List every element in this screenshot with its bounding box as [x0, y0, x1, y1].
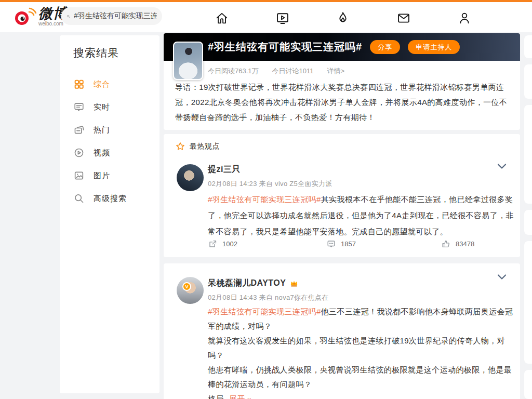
weibo-logo[interactable]: 微博 weibo.com: [14, 6, 68, 26]
post-username[interactable]: 呆桃磊澜儿DAYTOY: [208, 278, 286, 289]
thumbs-up-icon: [441, 239, 451, 249]
star-icon: [175, 141, 185, 152]
video-icon[interactable]: [274, 9, 291, 27]
post-paragraph: 格局展开 ∨: [208, 392, 516, 399]
hot-viewpoints-card: 最热观点 提zi三只 02月08日 14:23 来自 vivo Z5全面实力派 …: [164, 134, 520, 257]
sidebar-item-label: 图片: [94, 171, 110, 181]
post-content: #羽生结弦有可能实现三连冠吗#其实我根本不在乎他能不能三连冠，他已经拿过很多奖了…: [208, 191, 516, 240]
right-sidebar-card-fragment: [524, 35, 532, 58]
hot-fire-icon[interactable]: [334, 9, 352, 27]
topic-discussions: 今日讨论1011: [272, 66, 314, 76]
right-sidebar-card-fragment: [524, 105, 532, 204]
verified-badge: V: [182, 282, 191, 291]
apply-host-button[interactable]: 申请主持人: [408, 40, 460, 54]
repost-button[interactable]: 1002: [208, 239, 237, 249]
sidebar-item-advanced-search[interactable]: 高级搜索: [73, 187, 159, 210]
hot-section-header: 最热观点: [175, 141, 220, 152]
sidebar-item-label: 热门: [94, 125, 110, 135]
post-avatar[interactable]: [177, 277, 204, 304]
repost-icon: [208, 239, 218, 249]
search-results-sidebar: 搜索结果 综合 实时 热门 视频: [60, 35, 159, 393]
hashtag-link[interactable]: #羽生结弦有可能实现三连冠吗#: [208, 307, 321, 316]
weibo-eye-icon: [14, 6, 36, 26]
post-paragraph: 就算没有这次客观发生的如果，羽生结弦也是连续打破19次世界纪录的传奇人物，对吗？: [208, 334, 516, 363]
sidebar-item-label: 视频: [94, 148, 110, 158]
right-sidebar-card-fragment: [524, 370, 532, 399]
comment-icon: [326, 239, 336, 249]
post-paragraph: #羽生结弦有可能实现三连冠吗#他三不三连冠！我说都不影响他本身蝉联两届奥运会冠军…: [208, 304, 516, 334]
right-sidebar-card-fragment: [524, 241, 532, 364]
search-icon: [73, 193, 85, 204]
like-count: 83478: [456, 240, 474, 248]
post-username-row: 呆桃磊澜儿DAYTOY: [208, 278, 299, 289]
comment-lines-icon: [73, 101, 85, 113]
profile-icon[interactable]: [456, 9, 473, 27]
search-icon: [66, 12, 70, 21]
post-actions-row: 1002 1857 83478: [208, 239, 516, 250]
top-navbar: 微博 weibo.com: [0, 2, 532, 32]
post-username[interactable]: 提zi三只: [208, 164, 241, 175]
topic-stats-row: 今日阅读763.1万 今日讨论1011 详情>: [208, 66, 520, 76]
topic-title: #羽生结弦有可能实现三连冠吗#: [208, 40, 362, 54]
mail-icon[interactable]: [395, 9, 413, 27]
topic-banner: #羽生结弦有可能实现三连冠吗# 分享 申请主持人: [164, 33, 520, 61]
post-content: #羽生结弦有可能实现三连冠吗#他三不三连冠！我说都不影响他本身蝉联两届奥运会冠军…: [208, 304, 516, 399]
right-sidebar-card-fragment: [524, 210, 532, 235]
grid-icon: [73, 78, 85, 90]
post-meta: 02月08日 14:23 来自 vivo Z5全面实力派: [208, 179, 332, 189]
post-text: 格局: [208, 394, 224, 399]
sidebar-item-comprehensive[interactable]: 综合: [73, 73, 159, 96]
topic-details-link[interactable]: 详情>: [327, 66, 345, 76]
sidebar-item-video[interactable]: 视频: [73, 141, 159, 164]
sidebar-item-label: 实时: [94, 102, 110, 112]
like-button[interactable]: 83478: [441, 239, 474, 249]
sidebar-item-label: 高级搜索: [94, 194, 127, 204]
repost-count: 1002: [222, 240, 237, 248]
crown-badge-icon: [289, 279, 299, 288]
chevron-down-icon[interactable]: [497, 163, 507, 169]
comment-count: 1857: [341, 240, 356, 248]
home-icon[interactable]: [213, 9, 231, 27]
stacked-cards-icon: [73, 124, 85, 136]
sidebar-item-images[interactable]: 图片: [73, 164, 159, 187]
post-avatar[interactable]: [177, 164, 204, 191]
sidebar-item-realtime[interactable]: 实时: [73, 96, 159, 118]
share-button[interactable]: 分享: [370, 40, 400, 54]
sidebar-item-hot[interactable]: 热门: [73, 118, 159, 141]
topic-avatar-image[interactable]: [173, 42, 203, 80]
sidebar-item-label: 综合: [94, 79, 110, 89]
hashtag-link[interactable]: #羽生结弦有可能实现三连冠吗#: [208, 195, 321, 204]
sidebar-title: 搜索结果: [73, 46, 159, 60]
post-paragraph: 他患有哮喘，仍挑战人类极限，央视曾说羽生结弦的极限就是这个运动的极限，他是最棒的…: [208, 363, 516, 392]
post-meta: 02月08日 14:43 来自 nova7你在焦点在: [208, 293, 329, 302]
topic-summary: 导语：19次打破世界记录，世界花样滑冰大奖赛总决赛四连冠，世界花样滑冰锦标赛男单…: [175, 79, 509, 125]
right-sidebar-card-fragment: [524, 64, 532, 99]
expand-link[interactable]: 展开 ∨: [229, 394, 252, 399]
topic-reads: 今日阅读763.1万: [208, 66, 259, 76]
search-bar[interactable]: [61, 7, 162, 25]
search-input[interactable]: [74, 12, 157, 20]
post-card: V 呆桃磊澜儿DAYTOY 02月08日 14:43 来自 nova7你在焦点在…: [164, 263, 520, 399]
chevron-down-icon[interactable]: [497, 274, 507, 280]
image-icon: [73, 170, 85, 181]
topic-card: #羽生结弦有可能实现三连冠吗# 分享 申请主持人 今日阅读763.1万 今日讨论…: [164, 33, 520, 130]
hot-section-title: 最热观点: [190, 142, 220, 151]
play-circle-icon: [73, 147, 85, 158]
comment-button[interactable]: 1857: [326, 239, 356, 249]
